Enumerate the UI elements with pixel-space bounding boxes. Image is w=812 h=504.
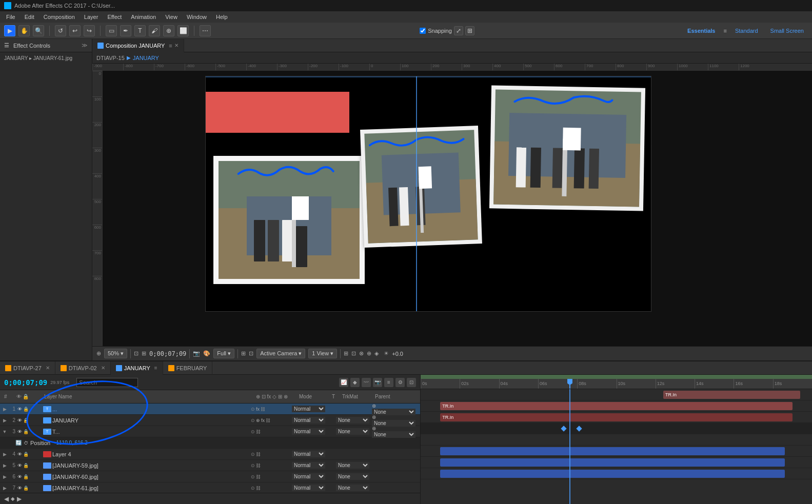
layer-2-fx2[interactable]: fx — [261, 418, 265, 423]
layer-5-expand[interactable]: ▶ — [2, 463, 7, 468]
workspace-smallscreen[interactable]: Small Screen — [766, 27, 808, 35]
resolution-dropdown[interactable]: Full ▾ — [213, 349, 234, 358]
track-clip-1-a[interactable]: TR.In — [663, 391, 800, 399]
menu-edit[interactable]: Edit — [21, 13, 38, 21]
comp-canvas[interactable] — [103, 71, 812, 346]
position-value[interactable]: -1110.0, 616.2 — [54, 440, 88, 446]
layer-2-mode-select[interactable]: Normal — [292, 417, 325, 424]
layer-2-lock[interactable]: 🔒 — [23, 418, 29, 423]
text-tool[interactable]: T — [134, 25, 146, 36]
layer-5-eye[interactable]: 👁 — [17, 463, 22, 468]
photo-frame-3[interactable] — [489, 85, 645, 211]
layer-3-lock[interactable]: 🔒 — [23, 429, 29, 434]
layer-1-solo[interactable]: ⊙ — [251, 407, 255, 412]
timeline-tab-dtiavp27[interactable]: DTIAVP-27 ✕ — [0, 361, 55, 375]
timeline-tab-february[interactable]: FEBRUARY — [163, 361, 213, 375]
region-icon[interactable]: ⊞ — [241, 350, 246, 357]
layout-icon-5[interactable]: ◈ — [374, 350, 379, 357]
layer-row-6[interactable]: ▶ 6 👁 🔒 [JANUARY-60.jpg] ⊙ ⛓ — [0, 471, 420, 482]
layer-1-fx[interactable]: fx — [256, 407, 260, 412]
nav-left-icon[interactable]: ◀ — [4, 495, 9, 502]
keyframe-2[interactable] — [577, 426, 582, 431]
menu-view[interactable]: View — [161, 13, 182, 21]
layer-3-trkmat-select[interactable]: None — [336, 428, 369, 435]
snapping-checkbox[interactable] — [420, 28, 426, 34]
track-clip-6-a[interactable] — [440, 458, 784, 467]
workspace-menu-icon[interactable]: ≡ — [723, 28, 726, 34]
layer-2-solo[interactable]: ⊙ — [251, 418, 255, 423]
layout-icon-4[interactable]: ⊕ — [367, 350, 371, 357]
clone-tool[interactable]: ⊕ — [163, 25, 174, 36]
tl-graph-icon[interactable]: 📈 — [339, 378, 348, 387]
layer-1-eye[interactable]: 👁 — [17, 407, 22, 412]
layer-3-position-row[interactable]: 🔄 ⏱ Position -1110.0, 616.2 — [0, 437, 420, 449]
layer-1-mode-select[interactable]: Normal — [292, 406, 325, 412]
layer-3-solo[interactable]: ⊙ — [251, 429, 255, 434]
display-icon-2[interactable]: ⊞ — [142, 350, 146, 357]
snap-icon2[interactable]: ⊞ — [465, 26, 474, 35]
layer-row-1[interactable]: ▶ 1 👁 🔒 T ... ⊙ fx ⛓ — [0, 404, 420, 415]
timeline-tab-january[interactable]: JANUARY ≡ — [111, 361, 163, 375]
menu-composition[interactable]: Composition — [39, 13, 79, 21]
layer-3-expand[interactable]: ▼ — [2, 429, 7, 434]
layer-5-chain[interactable]: ⛓ — [256, 463, 261, 468]
track-clip-7-a[interactable] — [440, 470, 784, 478]
nav-right-icon[interactable]: ▶ — [17, 495, 22, 502]
layer-1-chain[interactable]: ⛓ — [261, 407, 265, 412]
layer-7-trkmat-select[interactable]: None — [336, 485, 369, 491]
rect-tool[interactable]: ▭ — [106, 25, 117, 36]
hand-tool[interactable]: ✋ — [18, 25, 30, 36]
menu-window[interactable]: Window — [183, 13, 211, 21]
display-icon-1[interactable]: ⊡ — [134, 350, 138, 357]
track-row-3[interactable]: TR.In — [421, 412, 812, 423]
track-row-1[interactable]: TR.In — [421, 389, 812, 400]
tab-menu-january[interactable]: ≡ — [154, 365, 157, 371]
menu-file[interactable]: File — [2, 13, 19, 21]
arrow-tool[interactable]: ▶ — [4, 25, 15, 36]
tl-settings-icon[interactable]: ⚙ — [395, 378, 405, 387]
layer-7-solo[interactable]: ⊙ — [251, 486, 255, 491]
layer-row-2[interactable]: ▶ 2 👁 🔒 JANUARY ⊙ ⊕ fx — [0, 415, 420, 426]
layer-6-lock[interactable]: 🔒 — [23, 474, 29, 479]
layer-1-lock[interactable]: 🔒 — [23, 407, 29, 412]
timeline-tab-dtiavp02[interactable]: DTIAVP-02 ✕ — [55, 361, 111, 375]
track-row-6[interactable] — [421, 457, 812, 468]
camera-dropdown[interactable]: Active Camera ▾ — [256, 349, 305, 358]
layer-6-trkmat-select[interactable]: None — [336, 473, 369, 480]
layer-3-eye[interactable]: 👁 — [17, 429, 22, 434]
track-row-5[interactable] — [421, 446, 812, 457]
layer-7-chain[interactable]: ⛓ — [256, 486, 261, 491]
layer-5-trkmat-select[interactable]: None — [336, 462, 369, 469]
layout-icon-3[interactable]: ⊗ — [359, 350, 364, 357]
layer-row-7[interactable]: ▶ 7 👁 🔒 [JANUARY-61.jpg] ⊙ ⛓ — [0, 482, 420, 493]
tl-overflow-icon[interactable]: ⊡ — [407, 378, 416, 387]
camera-snapshot-icon[interactable]: 📷 — [193, 350, 200, 357]
layer-2-eye[interactable]: 👁 — [17, 418, 22, 423]
tl-keyframe-icon[interactable]: ◆ — [350, 378, 360, 387]
brush-tool[interactable]: 🖌 — [149, 25, 160, 36]
layout-icon-1[interactable]: ⊞ — [344, 350, 348, 357]
layer-4-expand[interactable]: ▶ — [2, 452, 7, 457]
layer-row-5[interactable]: ▶ 5 👁 🔒 [JANUARY-59.jpg] ⊙ ⛓ — [0, 460, 420, 471]
panel-menu-icon[interactable]: ☰ — [4, 42, 9, 49]
layer-2-chain[interactable]: ⛓ — [266, 418, 270, 423]
layer-search[interactable] — [76, 378, 138, 387]
region-icon-2[interactable]: ⊡ — [249, 350, 253, 357]
layer-6-expand[interactable]: ▶ — [2, 474, 7, 479]
layer-3-chain[interactable]: ⛓ — [256, 429, 261, 434]
tl-layer-icon[interactable]: ≡ — [384, 378, 393, 387]
rotate-tool[interactable]: ↺ — [55, 25, 66, 36]
breadcrumb-current[interactable]: JANUARY — [133, 55, 159, 61]
layer-7-eye[interactable]: 👁 — [17, 486, 22, 491]
layer-4-lock[interactable]: 🔒 — [23, 452, 29, 457]
view-dropdown[interactable]: 1 View ▾ — [308, 349, 337, 358]
comp-tab-january[interactable]: Composition JANUARY ≡ ✕ — [92, 39, 184, 52]
layout-icon-2[interactable]: ⊡ — [351, 350, 356, 357]
menu-layer[interactable]: Layer — [80, 13, 103, 21]
work-area-bar[interactable] — [421, 375, 812, 379]
layer-3-mode-select[interactable]: Normal — [292, 428, 325, 435]
layer-row-3[interactable]: ▼ 3 👁 🔒 T T... ⊙ ⛓ — [0, 426, 420, 437]
layer-1-expand[interactable]: ▶ — [2, 407, 7, 412]
layer-5-mode-select[interactable]: Normal — [292, 462, 325, 469]
snap-icon1[interactable]: ⤢ — [454, 26, 463, 35]
